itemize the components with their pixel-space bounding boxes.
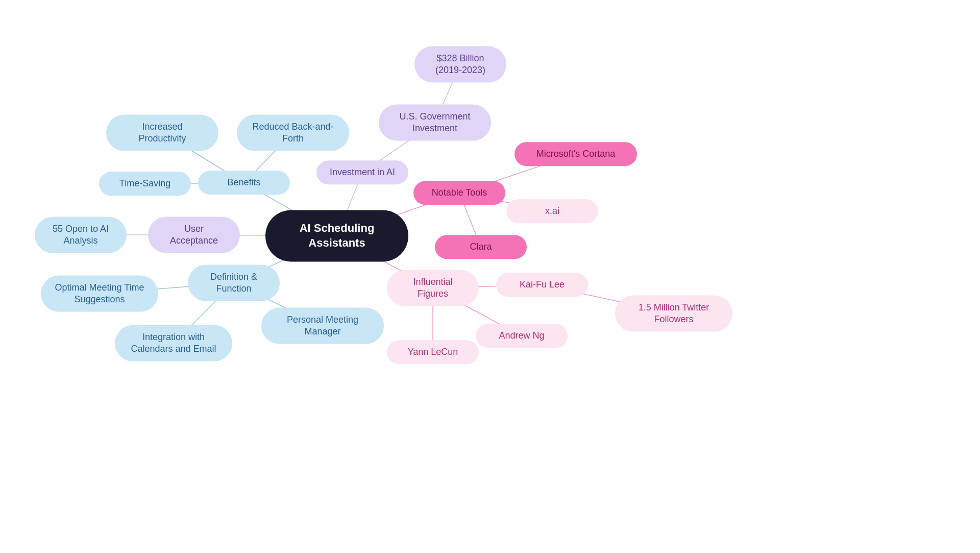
- node-andrew_ng[interactable]: Andrew Ng: [476, 324, 568, 348]
- node-microsofts_cortana[interactable]: Microsoft's Cortana: [514, 142, 637, 166]
- node-benefits[interactable]: Benefits: [198, 171, 290, 195]
- node-time_saving[interactable]: Time-Saving: [99, 172, 191, 196]
- node-reduced_back_forth[interactable]: Reduced Back-and-Forth: [237, 115, 349, 151]
- node-definition_function[interactable]: Definition & Function: [188, 265, 280, 301]
- node-open_to_ai[interactable]: 55 Open to AI Analysis: [35, 217, 127, 253]
- node-optimal_meeting[interactable]: Optimal Meeting Time Suggestions: [41, 276, 158, 312]
- node-us_gov_investment[interactable]: U.S. Government Investment: [379, 105, 491, 141]
- node-user_acceptance[interactable]: User Acceptance: [148, 217, 240, 253]
- node-yann_lecun[interactable]: Yann LeCun: [387, 340, 479, 364]
- node-integration_calendars[interactable]: Integration with Calendars and Email: [115, 325, 232, 362]
- node-kai_fu_lee[interactable]: Kai-Fu Lee: [496, 273, 588, 297]
- node-investment_in_ai[interactable]: Investment in AI: [316, 160, 408, 184]
- node-center[interactable]: AI Scheduling Assistants: [265, 210, 408, 261]
- node-notable_tools[interactable]: Notable Tools: [413, 181, 505, 205]
- node-clara[interactable]: Clara: [435, 235, 527, 259]
- node-personal_meeting_manager[interactable]: Personal Meeting Manager: [261, 308, 384, 344]
- node-328_billion[interactable]: $328 Billion (2019-2023): [414, 46, 506, 83]
- node-increased_productivity[interactable]: Increased Productivity: [106, 115, 218, 151]
- node-x_ai[interactable]: x.ai: [506, 199, 598, 223]
- mindmap-container: AI Scheduling AssistantsBenefitsIncrease…: [0, 0, 980, 553]
- node-influential_figures[interactable]: Influential Figures: [387, 270, 479, 306]
- node-1_5_million[interactable]: 1.5 Million Twitter Followers: [615, 296, 732, 332]
